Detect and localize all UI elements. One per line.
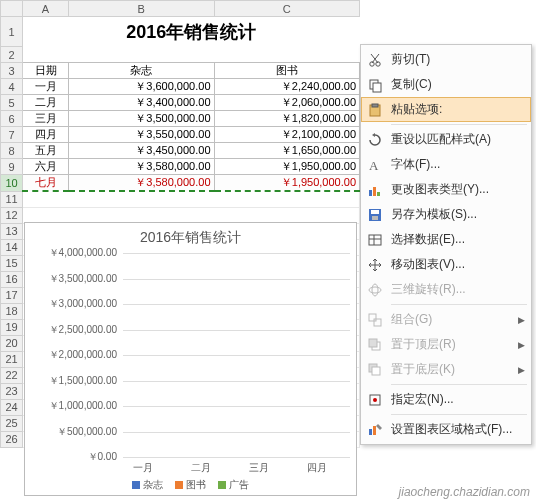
menu-label: 设置图表区域格式(F)... [391,421,525,438]
row-header[interactable]: 5 [1,95,23,111]
row-header[interactable]: 22 [1,367,23,383]
cell-magazine[interactable]: ￥3,600,000.00 [69,79,215,95]
menu-item-bring-front: 置于顶层(R) ▶ [361,332,531,357]
watermark: jiaocheng.chazidian.com [399,485,530,499]
cell-magazine[interactable]: ￥3,400,000.00 [69,95,215,111]
embedded-chart[interactable]: 2016年销售统计 ￥0.00￥500,000.00￥1,000,000.00￥… [24,222,357,496]
bring-front-icon [365,337,385,353]
sheet-title[interactable]: 2016年销售统计 [23,17,360,47]
cell-book[interactable]: ￥1,950,000.00 [214,159,360,175]
cell-date[interactable]: 一月 [23,79,69,95]
row-header[interactable]: 25 [1,415,23,431]
legend-item[interactable]: 杂志 [132,478,163,492]
x-tick-label: 一月 [117,461,169,475]
menu-item-cut[interactable]: 剪切(T) [361,47,531,72]
row-header[interactable]: 18 [1,303,23,319]
svg-rect-5 [372,104,378,107]
row-header[interactable]: 20 [1,335,23,351]
cell-book[interactable]: ￥2,100,000.00 [214,127,360,143]
row-header[interactable]: 7 [1,127,23,143]
cell-book[interactable]: ￥2,240,000.00 [214,79,360,95]
menu-item-move-chart[interactable]: 移动图表(V)... [361,252,531,277]
cell-magazine[interactable]: ￥3,580,000.00 [69,159,215,175]
cell-book[interactable]: ￥1,820,000.00 [214,111,360,127]
row-header[interactable]: 10 [1,175,23,192]
legend-item[interactable]: 广告 [218,478,249,492]
svg-rect-3 [373,83,381,92]
row-header[interactable]: 15 [1,255,23,271]
header-cell[interactable]: 图书 [214,63,360,79]
col-header-C[interactable]: C [214,1,360,17]
row-header[interactable]: 19 [1,319,23,335]
chart-legend[interactable]: 杂志图书广告 [25,478,356,492]
menu-separator [391,384,527,385]
row-header[interactable]: 26 [1,431,23,447]
svg-rect-13 [369,235,381,245]
cell-book[interactable]: ￥1,950,000.00 [214,175,360,192]
row-header[interactable]: 3 [1,63,23,79]
row-header[interactable]: 6 [1,111,23,127]
reset-icon [365,132,385,148]
col-header-B[interactable]: B [69,1,215,17]
row-header[interactable]: 12 [1,207,23,223]
header-cell[interactable]: 日期 [23,63,69,79]
svg-point-16 [369,287,381,293]
menu-item-group: 组合(G) ▶ [361,307,531,332]
menu-item-select-data[interactable]: 选择数据(E)... [361,227,531,252]
cell-date[interactable]: 六月 [23,159,69,175]
cell-magazine[interactable]: ￥3,450,000.00 [69,143,215,159]
menu-item-copy[interactable]: 复制(C) [361,72,531,97]
svg-rect-7 [369,190,372,196]
menu-label: 三维旋转(R)... [391,281,525,298]
cell[interactable] [23,47,360,63]
row-header[interactable]: 2 [1,47,23,63]
row-header[interactable]: 17 [1,287,23,303]
menu-item-save-template[interactable]: 另存为模板(S)... [361,202,531,227]
menu-item-paste[interactable]: 粘贴选项: [361,97,531,122]
menu-label: 更改图表类型(Y)... [391,181,525,198]
submenu-arrow-icon: ▶ [518,340,525,350]
menu-separator [391,304,527,305]
menu-item-chart-type[interactable]: 更改图表类型(Y)... [361,177,531,202]
menu-item-format[interactable]: 设置图表区域格式(F)... [361,417,531,442]
menu-item-font[interactable]: A 字体(F)... [361,152,531,177]
cell-book[interactable]: ￥2,060,000.00 [214,95,360,111]
select-data-icon [365,232,385,248]
row-header[interactable]: 21 [1,351,23,367]
cell-magazine[interactable]: ￥3,500,000.00 [69,111,215,127]
select-all-cell[interactable] [1,1,23,17]
menu-item-macro[interactable]: 指定宏(N)... [361,387,531,412]
row-header[interactable]: 11 [1,191,23,207]
cell-book[interactable]: ￥1,650,000.00 [214,143,360,159]
cell-date[interactable]: 四月 [23,127,69,143]
menu-separator [391,414,527,415]
y-tick-label: ￥500,000.00 [57,425,117,439]
row-header[interactable]: 24 [1,399,23,415]
menu-item-send-back: 置于底层(K) ▶ [361,357,531,382]
col-header-A[interactable]: A [23,1,69,17]
row-header[interactable]: 4 [1,79,23,95]
cell-magazine[interactable]: ￥3,580,000.00 [69,175,215,192]
cell-date[interactable]: 七月 [23,175,69,192]
row-header[interactable]: 9 [1,159,23,175]
svg-rect-27 [373,426,376,435]
cell-magazine[interactable]: ￥3,550,000.00 [69,127,215,143]
row-header[interactable]: 23 [1,383,23,399]
header-cell[interactable]: 杂志 [69,63,215,79]
row-header[interactable]: 13 [1,223,23,239]
row-header[interactable]: 14 [1,239,23,255]
move-chart-icon [365,257,385,273]
legend-item[interactable]: 图书 [175,478,206,492]
cell-date[interactable]: 五月 [23,143,69,159]
menu-label: 重设以匹配样式(A) [391,131,525,148]
y-tick-label: ￥4,000,000.00 [49,246,117,260]
chart-plot-area[interactable]: ￥0.00￥500,000.00￥1,000,000.00￥1,500,000.… [35,253,350,457]
row-header[interactable]: 8 [1,143,23,159]
svg-rect-19 [374,319,381,326]
svg-point-17 [372,284,378,296]
cell-date[interactable]: 三月 [23,111,69,127]
row-header[interactable]: 16 [1,271,23,287]
cell-date[interactable]: 二月 [23,95,69,111]
menu-item-reset[interactable]: 重设以匹配样式(A) [361,127,531,152]
row-header[interactable]: 1 [1,17,23,47]
